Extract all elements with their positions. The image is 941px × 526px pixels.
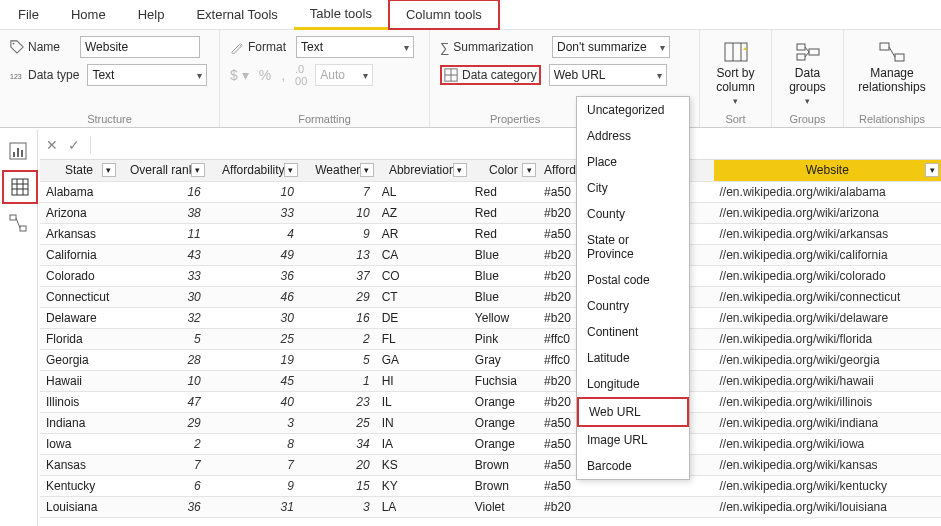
filter-icon[interactable]: ▾ xyxy=(102,163,116,177)
group-sort: Sort by column▾ Sort xyxy=(700,30,772,127)
table-row[interactable]: Arizona383310AZRed#b20//en.wikipedia.org… xyxy=(40,202,941,223)
tag-icon xyxy=(10,40,24,54)
table-row[interactable]: Florida5252FLPink#ffc0//en.wikipedia.org… xyxy=(40,328,941,349)
datatype-select[interactable]: Text xyxy=(87,64,207,86)
percent-icon[interactable]: % xyxy=(259,67,271,83)
svg-rect-19 xyxy=(21,150,23,157)
cell: 30 xyxy=(207,307,300,328)
option-uncategorized[interactable]: Uncategorized xyxy=(577,97,689,123)
datatype-label: 123 Data type xyxy=(10,68,79,82)
filter-icon[interactable]: ▾ xyxy=(191,163,205,177)
tab-table-tools[interactable]: Table tools xyxy=(294,0,388,30)
filter-icon[interactable]: ▾ xyxy=(925,163,939,177)
group-groups-label: Groups xyxy=(789,111,825,125)
auto-select[interactable]: Auto xyxy=(315,64,373,86)
table-row[interactable]: Delaware323016DEYellow#b20//en.wikipedia… xyxy=(40,307,941,328)
cell: California xyxy=(40,244,118,265)
cell: //en.wikipedia.org/wiki/louisiana xyxy=(714,496,941,517)
table-row[interactable]: Kansas7720KSBrown#a50//en.wikipedia.org/… xyxy=(40,454,941,475)
tab-help[interactable]: Help xyxy=(122,1,181,28)
tab-home[interactable]: Home xyxy=(55,1,122,28)
option-image-url[interactable]: Image URL xyxy=(577,427,689,453)
summarization-select[interactable]: Don't summarize xyxy=(552,36,670,58)
cell: 37 xyxy=(300,265,376,286)
report-view-button[interactable] xyxy=(0,134,36,168)
option-postal-code[interactable]: Postal code xyxy=(577,267,689,293)
table-row[interactable]: Kentucky6915KYBrown#a50//en.wikipedia.or… xyxy=(40,475,941,496)
table-row[interactable]: Illinois474023ILOrange#b20//en.wikipedia… xyxy=(40,391,941,412)
sort-by-column-button[interactable]: Sort by column▾ xyxy=(708,36,763,110)
cell: IL xyxy=(376,391,469,412)
option-latitude[interactable]: Latitude xyxy=(577,345,689,371)
datacategory-select[interactable]: Web URL xyxy=(549,64,667,86)
option-country[interactable]: Country xyxy=(577,293,689,319)
cell: //en.wikipedia.org/wiki/delaware xyxy=(714,307,941,328)
cell: 3 xyxy=(207,412,300,433)
manage-relationships-button[interactable]: Manage relationships xyxy=(850,36,933,98)
cell: Blue xyxy=(469,286,538,307)
option-place[interactable]: Place xyxy=(577,149,689,175)
col-abbreviation[interactable]: Abbreviation▾ xyxy=(376,160,469,181)
cell: 33 xyxy=(207,202,300,223)
option-continent[interactable]: Continent xyxy=(577,319,689,345)
cancel-icon[interactable]: ✕ xyxy=(46,137,58,153)
table-row[interactable]: Iowa2834IAOrange#a50//en.wikipedia.org/w… xyxy=(40,433,941,454)
col-weather[interactable]: Weather▾ xyxy=(300,160,376,181)
option-web-url[interactable]: Web URL xyxy=(577,397,689,427)
model-view-button[interactable] xyxy=(0,206,36,240)
col-color[interactable]: Color▾ xyxy=(469,160,538,181)
cell: Georgia xyxy=(40,349,118,370)
cell: 36 xyxy=(207,265,300,286)
cell: 28 xyxy=(118,349,207,370)
col-state[interactable]: State▾ xyxy=(40,160,118,181)
cell: //en.wikipedia.org/wiki/alabama xyxy=(714,181,941,202)
col-website[interactable]: Website▾ xyxy=(714,160,941,181)
tab-column-tools[interactable]: Column tools xyxy=(388,0,500,30)
cell: KS xyxy=(376,454,469,475)
filter-icon[interactable]: ▾ xyxy=(522,163,536,177)
table-row[interactable]: Indiana29325INOrange#a50//en.wikipedia.o… xyxy=(40,412,941,433)
table-row[interactable]: Louisiana36313LAViolet#b20//en.wikipedia… xyxy=(40,496,941,517)
decimal-icon[interactable]: .000 xyxy=(295,63,307,87)
table-row[interactable]: Georgia28195GAGray#ffc0//en.wikipedia.or… xyxy=(40,349,941,370)
cell: Connecticut xyxy=(40,286,118,307)
filter-icon[interactable]: ▾ xyxy=(284,163,298,177)
tab-file[interactable]: File xyxy=(2,1,55,28)
table-row[interactable]: Colorado333637COBlue#b20//en.wikipedia.o… xyxy=(40,265,941,286)
option-barcode[interactable]: Barcode xyxy=(577,453,689,479)
cell: //en.wikipedia.org/wiki/kentucky xyxy=(714,475,941,496)
format-select[interactable]: Text xyxy=(296,36,414,58)
cell: //en.wikipedia.org/wiki/arizona xyxy=(714,202,941,223)
table-row[interactable]: Arkansas1149ARRed#a50//en.wikipedia.org/… xyxy=(40,223,941,244)
filter-icon[interactable]: ▾ xyxy=(453,163,467,177)
table-row[interactable]: Hawaii10451HIFuchsia#b20//en.wikipedia.o… xyxy=(40,370,941,391)
option-state-or-province[interactable]: State or Province xyxy=(577,227,689,267)
name-input[interactable]: Website xyxy=(80,36,200,58)
tab-external-tools[interactable]: External Tools xyxy=(180,1,293,28)
summarization-label: ∑ Summarization xyxy=(440,40,544,55)
table-row[interactable]: California434913CABlue#b20//en.wikipedia… xyxy=(40,244,941,265)
cell: Orange xyxy=(469,412,538,433)
data-groups-button[interactable]: Data groups▾ xyxy=(781,36,834,110)
format-icon xyxy=(230,40,244,54)
col-affordability[interactable]: Affordability▾ xyxy=(207,160,300,181)
option-longitude[interactable]: Longitude xyxy=(577,371,689,397)
table-row[interactable]: Alabama16107ALRed#a50//en.wikipedia.org/… xyxy=(40,181,941,202)
data-view-button[interactable] xyxy=(2,170,38,204)
table-row[interactable]: Connecticut304629CTBlue#b20//en.wikipedi… xyxy=(40,286,941,307)
col-overall-rank[interactable]: Overall rank▾ xyxy=(118,160,207,181)
datatype-icon: 123 xyxy=(10,68,24,82)
commit-icon[interactable]: ✓ xyxy=(68,137,80,153)
comma-icon[interactable]: , xyxy=(281,67,285,83)
cell: CA xyxy=(376,244,469,265)
cell: GA xyxy=(376,349,469,370)
filter-icon[interactable]: ▾ xyxy=(360,163,374,177)
option-address[interactable]: Address xyxy=(577,123,689,149)
cell: Fuchsia xyxy=(469,370,538,391)
cell: CO xyxy=(376,265,469,286)
cell: Red xyxy=(469,181,538,202)
option-county[interactable]: County xyxy=(577,201,689,227)
cell: Louisiana xyxy=(40,496,118,517)
option-city[interactable]: City xyxy=(577,175,689,201)
currency-icon[interactable]: $ ▾ xyxy=(230,67,249,83)
